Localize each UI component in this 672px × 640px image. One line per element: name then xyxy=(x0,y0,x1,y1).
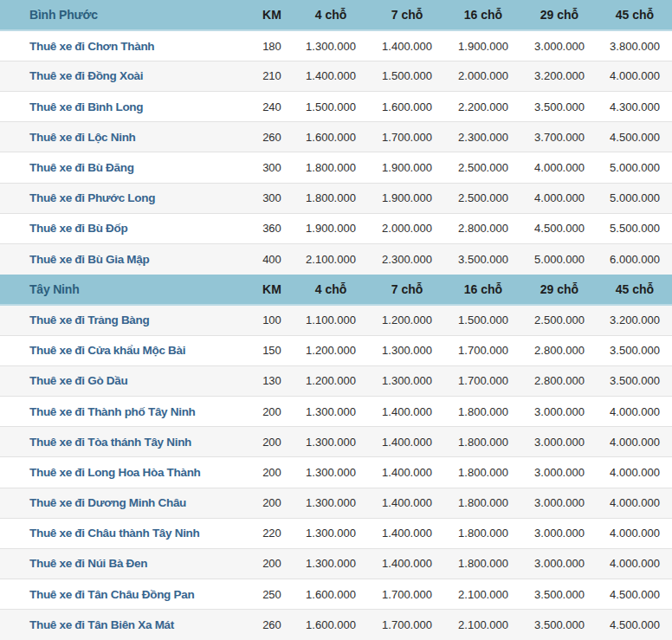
price-cell: 1.300.000 xyxy=(293,518,369,548)
price-cell: 1.800.000 xyxy=(445,548,521,579)
price-cell: 1.700.000 xyxy=(445,365,521,396)
km-cell: 180 xyxy=(251,30,293,61)
km-cell: 100 xyxy=(251,305,293,335)
price-row: Thuê xe đi Núi Bà Đen2001.300.0001.400.0… xyxy=(0,548,672,579)
price-cell: 4.500.000 xyxy=(598,610,672,640)
price-row: Thuê xe đi Trảng Bàng1001.100.0001.200.0… xyxy=(0,305,672,335)
price-cell: 1.800.000 xyxy=(293,152,369,183)
price-cell: 2.000.000 xyxy=(369,213,445,243)
price-cell: 1.300.000 xyxy=(293,30,369,61)
price-cell: 3.500.000 xyxy=(598,365,672,396)
price-cell: 2.500.000 xyxy=(445,152,521,183)
price-cell: 2.100.000 xyxy=(445,579,521,610)
column-header-km: KM xyxy=(251,0,293,30)
section-title: Bình Phước xyxy=(0,0,251,30)
route-link[interactable]: Thuê xe đi Bù Đốp xyxy=(0,213,251,243)
price-cell: 1.400.000 xyxy=(369,396,445,426)
price-cell: 3.000.000 xyxy=(521,457,598,488)
price-cell: 2.200.000 xyxy=(445,92,521,122)
price-cell: 1.200.000 xyxy=(293,335,369,365)
price-cell: 4.000.000 xyxy=(598,548,672,579)
price-cell: 1.400.000 xyxy=(369,488,445,518)
km-cell: 150 xyxy=(251,335,293,365)
price-row: Thuê xe đi Chơn Thành1801.300.0001.400.0… xyxy=(0,30,672,61)
price-cell: 1.700.000 xyxy=(445,335,521,365)
price-cell: 4.000.000 xyxy=(598,427,672,457)
route-link[interactable]: Thuê xe đi Chơn Thành xyxy=(0,30,251,61)
price-row: Thuê xe đi Lộc Ninh2601.600.0001.700.000… xyxy=(0,122,672,152)
price-cell: 2.800.000 xyxy=(445,213,521,243)
route-link[interactable]: Thuê xe đi Tân Biên Xa Mát xyxy=(0,610,251,640)
km-cell: 210 xyxy=(251,61,293,91)
price-cell: 2.500.000 xyxy=(445,183,521,213)
price-cell: 1.600.000 xyxy=(293,610,369,640)
price-cell: 1.900.000 xyxy=(369,183,445,213)
route-link[interactable]: Thuê xe đi Trảng Bàng xyxy=(0,305,251,335)
price-cell: 3.500.000 xyxy=(445,244,521,275)
route-link[interactable]: Thuê xe đi Bình Long xyxy=(0,92,251,122)
price-cell: 1.900.000 xyxy=(293,213,369,243)
price-cell: 1.400.000 xyxy=(369,427,445,457)
km-cell: 250 xyxy=(251,579,293,610)
route-link[interactable]: Thuê xe đi Long Hoa Hòa Thành xyxy=(0,457,251,488)
price-row: Thuê xe đi Đồng Xoài2101.400.0001.500.00… xyxy=(0,61,672,91)
route-link[interactable]: Thuê xe đi Châu thành Tây Ninh xyxy=(0,518,251,548)
price-row: Thuê xe đi Phước Long3001.800.0001.900.0… xyxy=(0,183,672,213)
price-cell: 3.800.000 xyxy=(598,30,672,61)
km-cell: 260 xyxy=(251,610,293,640)
price-row: Thuê xe đi Bình Long2401.500.0001.600.00… xyxy=(0,92,672,122)
route-link[interactable]: Thuê xe đi Núi Bà Đen xyxy=(0,548,251,579)
price-cell: 2.000.000 xyxy=(445,61,521,91)
price-cell: 3.200.000 xyxy=(521,61,598,91)
price-row: Thuê xe đi Gò Dầu1301.200.0001.300.0001.… xyxy=(0,365,672,396)
price-cell: 4.000.000 xyxy=(598,457,672,488)
route-link[interactable]: Thuê xe đi Thành phố Tây Ninh xyxy=(0,396,251,426)
price-row: Thuê xe đi Bù Đốp3601.900.0002.000.0002.… xyxy=(0,213,672,243)
km-cell: 300 xyxy=(251,152,293,183)
km-cell: 200 xyxy=(251,427,293,457)
price-cell: 1.500.000 xyxy=(369,61,445,91)
price-row: Thuê xe đi Châu thành Tây Ninh2201.300.0… xyxy=(0,518,672,548)
price-row: Thuê xe đi Tân Biên Xa Mát2601.600.0001.… xyxy=(0,610,672,640)
price-cell: 1.300.000 xyxy=(369,365,445,396)
route-link[interactable]: Thuê xe đi Tân Châu Đồng Pan xyxy=(0,579,251,610)
price-cell: 4.300.000 xyxy=(598,92,672,122)
price-row: Thuê xe đi Bù Gia Mập4002.100.0002.300.0… xyxy=(0,244,672,275)
price-cell: 3.500.000 xyxy=(598,335,672,365)
km-cell: 300 xyxy=(251,183,293,213)
route-link[interactable]: Thuê xe đi Lộc Ninh xyxy=(0,122,251,152)
price-cell: 2.800.000 xyxy=(521,365,598,396)
km-cell: 240 xyxy=(251,92,293,122)
price-cell: 5.000.000 xyxy=(598,183,672,213)
route-link[interactable]: Thuê xe đi Gò Dầu xyxy=(0,365,251,396)
price-cell: 1.800.000 xyxy=(445,488,521,518)
route-link[interactable]: Thuê xe đi Dương Minh Châu xyxy=(0,488,251,518)
price-cell: 1.900.000 xyxy=(369,152,445,183)
route-link[interactable]: Thuê xe đi Tòa thánh Tây Ninh xyxy=(0,427,251,457)
price-cell: 1.700.000 xyxy=(369,579,445,610)
price-row: Thuê xe đi Bù Đăng3001.800.0001.900.0002… xyxy=(0,152,672,183)
column-header-16-chỗ: 16 chỗ xyxy=(445,275,521,305)
price-cell: 4.000.000 xyxy=(598,396,672,426)
price-cell: 1.300.000 xyxy=(369,335,445,365)
price-cell: 1.700.000 xyxy=(369,610,445,640)
section-header-row: Tây NinhKM4 chỗ7 chỗ16 chỗ29 chỗ45 chỗ xyxy=(0,275,672,305)
route-link[interactable]: Thuê xe đi Phước Long xyxy=(0,183,251,213)
price-cell: 1.800.000 xyxy=(445,457,521,488)
column-header-4-chỗ: 4 chỗ xyxy=(293,0,369,30)
price-cell: 4.000.000 xyxy=(521,183,598,213)
price-cell: 4.500.000 xyxy=(598,579,672,610)
route-link[interactable]: Thuê xe đi Cửa khẩu Mộc Bài xyxy=(0,335,251,365)
price-cell: 1.200.000 xyxy=(293,365,369,396)
route-link[interactable]: Thuê xe đi Đồng Xoài xyxy=(0,61,251,91)
price-cell: 3.500.000 xyxy=(521,610,598,640)
price-cell: 1.300.000 xyxy=(293,548,369,579)
route-link[interactable]: Thuê xe đi Bù Đăng xyxy=(0,152,251,183)
price-cell: 2.100.000 xyxy=(293,244,369,275)
price-cell: 1.600.000 xyxy=(293,579,369,610)
price-cell: 1.800.000 xyxy=(445,396,521,426)
route-link[interactable]: Thuê xe đi Bù Gia Mập xyxy=(0,244,251,275)
price-cell: 1.500.000 xyxy=(445,305,521,335)
km-cell: 260 xyxy=(251,122,293,152)
price-cell: 1.100.000 xyxy=(293,305,369,335)
